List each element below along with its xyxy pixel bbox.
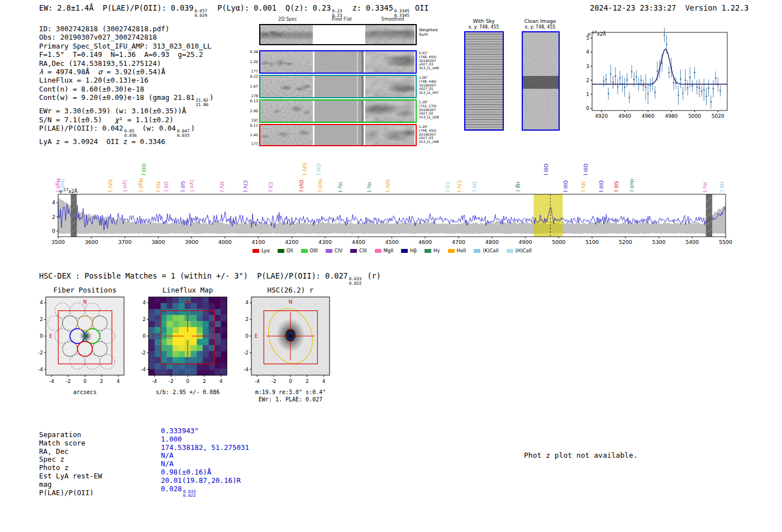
svg-text:-4: -4 bbox=[255, 378, 260, 384]
svg-text:4100: 4100 bbox=[251, 239, 265, 245]
svg-text:-2: -2 bbox=[141, 350, 146, 356]
cutout-row-frame bbox=[259, 124, 417, 146]
svg-text:0: 0 bbox=[245, 333, 249, 339]
main-unit-label: e-17x2Å bbox=[59, 188, 78, 194]
svg-text:4800: 4800 bbox=[485, 239, 499, 245]
svg-text:5400: 5400 bbox=[685, 239, 699, 245]
spec2d-image bbox=[260, 100, 313, 122]
svg-text:4900: 4900 bbox=[518, 239, 532, 245]
hsc-r-title: HSC(26.2) r bbox=[268, 286, 314, 294]
spectral-line-label: OIII ( bbox=[598, 180, 604, 192]
spectrum-trace-band bbox=[523, 76, 559, 89]
cutout-2d-row: 0.221.671781.00"(748, 446)20190307v027_0… bbox=[249, 75, 444, 98]
svg-text:-2: -2 bbox=[169, 378, 174, 384]
match-row-value: N/A bbox=[161, 460, 249, 468]
masked-band bbox=[71, 194, 77, 237]
col-header-pixelflat: Pixel Flat bbox=[332, 17, 352, 22]
svg-text:3900: 3900 bbox=[185, 239, 198, 245]
spec2d-image bbox=[260, 76, 313, 97]
legend-swatch bbox=[448, 249, 455, 253]
spectral-line-label: Hγ ( bbox=[702, 182, 708, 192]
svg-text:E: E bbox=[152, 333, 155, 339]
spectral-line-label: OIII ( bbox=[583, 164, 588, 175]
spectral-line-label: OIII ( bbox=[543, 164, 549, 175]
svg-text:4960: 4960 bbox=[642, 113, 655, 119]
legend-swatch bbox=[425, 249, 431, 253]
match-row-value: N/A bbox=[161, 452, 249, 460]
match-row-value: 0.0280.0330.022 bbox=[161, 485, 249, 498]
svg-text:0: 0 bbox=[289, 378, 292, 384]
zoomed-spectrum-plot: 012345492049404960498050005020 bbox=[575, 27, 737, 123]
lineflux-map-title: Lineflux Map bbox=[163, 286, 213, 294]
cutout-2d-row: WeightedSum bbox=[249, 24, 444, 45]
legend-item: CIII bbox=[350, 248, 366, 253]
svg-text:4: 4 bbox=[52, 199, 55, 205]
hsc-dex-header: HSC-DEX : Possible Matches = 1 (within +… bbox=[39, 271, 381, 285]
row-annotation: 1.28"(752, 270)20190307v027_02313_LL_028 bbox=[417, 99, 444, 123]
match-row-value: 174.538182, 51.275031 bbox=[161, 444, 249, 452]
fiber-xlabel: arcsecs bbox=[73, 389, 97, 395]
spectral-line-label: NV ( bbox=[219, 181, 225, 192]
legend-item: (H)CaII bbox=[507, 248, 532, 253]
svg-text:2: 2 bbox=[203, 378, 206, 384]
col-header-2dspec: 2D Spec bbox=[278, 17, 297, 22]
svg-text:0: 0 bbox=[52, 228, 55, 234]
svg-text:E: E bbox=[255, 333, 258, 339]
legend-swatch bbox=[252, 249, 259, 253]
info-line: ID: 3002742818 (3002742818.pdf) bbox=[39, 25, 214, 33]
row-stat-labels: 0.132.90197 bbox=[249, 99, 259, 123]
svg-text:5000: 5000 bbox=[688, 113, 701, 119]
svg-text:4: 4 bbox=[142, 300, 146, 305]
legend-item: OII bbox=[278, 248, 293, 253]
hsc-sublabel-1: m:19.9 re:3.0" s:0.4" bbox=[255, 389, 326, 395]
cutout-row-frame bbox=[259, 24, 417, 45]
legend-swatch bbox=[350, 249, 357, 253]
svg-text:3800: 3800 bbox=[151, 239, 165, 245]
info-line: S/N = 7.1(±0.5) χ² = 1.1(±0.2) bbox=[39, 116, 214, 124]
info-line: LineFlux = 1.20(±0.13)e-16 bbox=[39, 76, 214, 84]
cutouts-2d: 2D Spec Pixel Flat Smoothed WeightedSum0… bbox=[249, 17, 445, 146]
masked-band bbox=[706, 194, 712, 237]
svg-text:2: 2 bbox=[586, 78, 589, 83]
fiber-positions-title: Fiber Positions bbox=[54, 286, 117, 294]
spectral-line-label: Hγ ( bbox=[366, 182, 372, 192]
svg-text:-2: -2 bbox=[66, 378, 71, 384]
svg-text:2: 2 bbox=[142, 317, 146, 322]
svg-text:0: 0 bbox=[586, 106, 589, 111]
clean-image bbox=[522, 31, 560, 131]
pflat-image bbox=[314, 100, 364, 122]
row-annotation: 1.29"(748, 455)20190307v027_03313_LL_048 bbox=[417, 124, 444, 146]
info-line: Primary Spec_Slot_IFU_AMP: 313_023_010_L… bbox=[39, 42, 214, 50]
spectral-line-label: NV ( bbox=[155, 181, 161, 192]
spectral-line-markers: MgII (HeII (SiIV (Lyα (MgII (OIII (NV (O… bbox=[58, 144, 726, 192]
spectral-line-label: OVI ( bbox=[298, 180, 304, 192]
match-row-value: 0.333943" bbox=[161, 427, 249, 435]
svg-text:3: 3 bbox=[586, 64, 589, 69]
with-sky-title: With Sky bbox=[473, 18, 494, 24]
spectral-line-label: SiII ( bbox=[180, 181, 185, 192]
svg-text:4000: 4000 bbox=[218, 239, 232, 245]
svg-text:4700: 4700 bbox=[452, 239, 465, 245]
legend-item: Lyα bbox=[252, 248, 270, 253]
svg-text:N: N bbox=[289, 299, 293, 305]
spectral-line-label: CII ( bbox=[445, 182, 450, 192]
spec2d-image bbox=[260, 125, 313, 145]
match-row-value: 0.98(±0.16)Å bbox=[161, 468, 249, 477]
smooth-image bbox=[365, 125, 414, 145]
svg-text:-2: -2 bbox=[38, 350, 43, 356]
legend-item: Hβ bbox=[401, 248, 417, 253]
svg-text:4980: 4980 bbox=[665, 113, 678, 119]
spectral-line-label: Hβ ( bbox=[515, 181, 521, 192]
hsc-sublabel-2: EWr: 1. PLAE: 0.027 bbox=[259, 396, 322, 402]
pflat-image bbox=[314, 125, 364, 145]
svg-text:-4: -4 bbox=[244, 367, 249, 372]
svg-text:4400: 4400 bbox=[352, 239, 365, 245]
svg-text:5200: 5200 bbox=[619, 239, 632, 245]
svg-text:4: 4 bbox=[117, 378, 120, 384]
svg-text:4300: 4300 bbox=[318, 239, 332, 245]
svg-text:2: 2 bbox=[40, 317, 43, 322]
pflat-image bbox=[314, 51, 364, 73]
cutout-row-frame bbox=[259, 75, 417, 98]
spectral-line-label: OIII ( bbox=[562, 180, 568, 192]
info-block: ID: 3002742818 (3002742818.pdf)Obs: 2019… bbox=[39, 25, 214, 146]
